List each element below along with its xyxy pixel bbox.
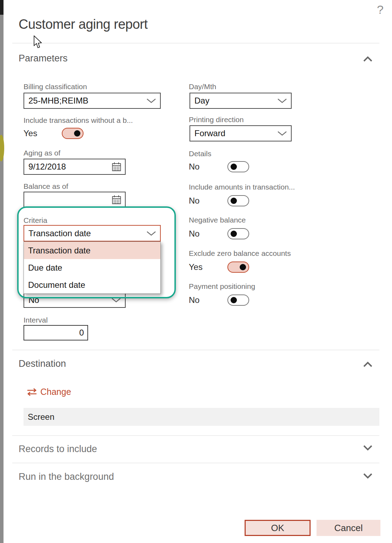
include-amounts-toggle[interactable] <box>227 195 249 206</box>
aging-as-of-input[interactable]: 9/12/2018 <box>24 159 126 175</box>
day-mth-label: Day/Mth <box>189 82 216 91</box>
interval-input[interactable]: 0 <box>24 325 88 340</box>
details-label: Details <box>189 150 211 158</box>
criteria-value: Transaction date <box>28 229 91 238</box>
exclude-zero-balance-value: Yes <box>189 262 202 272</box>
chevron-up-icon[interactable] <box>363 361 373 368</box>
section-header-records-to-include[interactable]: Records to include <box>19 444 97 455</box>
include-transactions-toggle[interactable] <box>62 128 84 139</box>
toggle-knob <box>231 297 237 303</box>
printing-direction-select[interactable]: Forward <box>190 125 292 141</box>
cancel-button[interactable]: Cancel <box>317 520 380 536</box>
day-mth-select[interactable]: Day <box>190 93 292 109</box>
payment-positioning-value: No <box>189 295 200 305</box>
criteria-label: Criteria <box>24 216 47 225</box>
criteria-dropdown-list: Transaction date Due date Document date <box>24 241 161 294</box>
details-toggle[interactable] <box>227 161 249 172</box>
chevron-up-icon[interactable] <box>363 55 373 62</box>
negative-balance-value: No <box>189 229 200 239</box>
dropdown-option-document-date[interactable]: Document date <box>24 276 160 293</box>
background-header-sliver <box>0 0 4 15</box>
chevron-down-icon <box>277 98 287 104</box>
page-title: Customer aging report <box>19 17 148 32</box>
cancel-button-label: Cancel <box>334 523 363 534</box>
include-amounts-value: No <box>189 196 200 206</box>
calendar-icon[interactable] <box>112 195 121 205</box>
background-yellow-fragment <box>0 135 4 161</box>
printing-direction-label: Printing direction <box>189 115 244 124</box>
customer-aging-report-dialog: ? Customer aging report Parameters Billi… <box>0 0 392 543</box>
ok-button[interactable]: OK <box>245 520 311 536</box>
day-mth-value: Day <box>194 96 210 106</box>
dropdown-option-due-date[interactable]: Due date <box>24 259 160 276</box>
chevron-down-icon <box>111 297 121 303</box>
ok-button-label: OK <box>271 523 284 534</box>
change-destination-label: Change <box>40 387 71 397</box>
interval-label: Interval <box>24 316 48 324</box>
divider <box>12 463 379 463</box>
covered-combobox[interactable]: No <box>24 292 126 308</box>
divider <box>12 350 379 350</box>
destination-value-row[interactable]: Screen <box>24 408 379 426</box>
include-transactions-label: Include transactions without a b... <box>24 116 133 125</box>
background-page-sliver <box>0 0 4 543</box>
section-header-parameters[interactable]: Parameters <box>19 53 68 64</box>
exclude-zero-balance-toggle[interactable] <box>227 261 249 273</box>
destination-value: Screen <box>28 412 54 422</box>
help-icon[interactable]: ? <box>377 3 384 16</box>
mouse-cursor-icon <box>33 35 42 49</box>
chevron-down-icon[interactable] <box>363 444 373 451</box>
balance-as-of-label: Balance as of <box>24 182 68 191</box>
chevron-down-icon[interactable] <box>363 472 373 479</box>
billing-classification-select[interactable]: 25-MHB;REIMB <box>24 93 161 109</box>
divider <box>12 43 379 44</box>
toggle-knob <box>231 231 237 237</box>
negative-balance-label: Negative balance <box>189 216 246 224</box>
billing-classification-label: Billing classification <box>24 82 87 91</box>
section-header-destination[interactable]: Destination <box>19 358 66 369</box>
toggle-knob <box>74 130 80 137</box>
chevron-down-icon <box>277 131 287 136</box>
dropdown-option-transaction-date[interactable]: Transaction date <box>24 242 160 259</box>
section-header-run-in-background[interactable]: Run in the background <box>19 471 114 482</box>
chevron-down-icon <box>146 231 157 236</box>
payment-positioning-label: Payment positioning <box>189 282 255 291</box>
chevron-down-icon <box>146 98 157 104</box>
printing-direction-value: Forward <box>194 128 225 138</box>
balance-as-of-input[interactable] <box>24 192 126 208</box>
aging-as-of-label: Aging as of <box>24 149 60 157</box>
interval-value: 0 <box>79 328 84 338</box>
covered-combobox-value: No <box>28 295 39 305</box>
include-transactions-value: Yes <box>24 128 37 138</box>
toggle-knob <box>231 198 237 204</box>
change-destination-link[interactable]: Change <box>26 387 71 397</box>
billing-classification-value: 25-MHB;REIMB <box>28 96 88 106</box>
calendar-icon[interactable] <box>112 162 121 172</box>
negative-balance-toggle[interactable] <box>227 228 249 239</box>
criteria-select[interactable]: Transaction date <box>24 225 161 241</box>
aging-as-of-value: 9/12/2018 <box>28 162 66 172</box>
swap-arrows-icon <box>26 388 38 397</box>
toggle-knob <box>240 264 246 270</box>
divider <box>12 435 379 436</box>
toggle-knob <box>231 164 237 170</box>
exclude-zero-balance-label: Exclude zero balance accounts <box>189 249 291 258</box>
include-amounts-label: Include amounts in transaction... <box>189 183 295 191</box>
payment-positioning-toggle[interactable] <box>227 294 249 306</box>
details-value: No <box>189 162 200 172</box>
